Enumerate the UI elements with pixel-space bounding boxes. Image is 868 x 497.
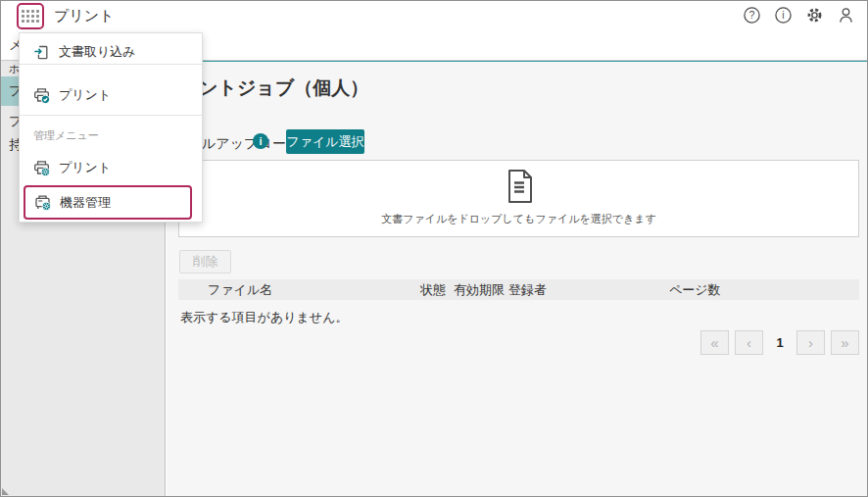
user-icon[interactable]	[837, 6, 855, 25]
column-filename: ファイル名	[208, 279, 272, 300]
menu-item-label: 文書取り込み	[59, 43, 136, 61]
info-circle-icon[interactable]: i	[253, 133, 268, 149]
info-icon[interactable]: i	[774, 6, 793, 25]
menu-item-label: プリント	[59, 86, 111, 104]
printer-check-icon	[33, 87, 50, 104]
menu-item-admin-print[interactable]: プリント	[20, 153, 202, 182]
page-title: ントジョブ（個人）	[199, 75, 368, 101]
pagination: « ‹ 1 › »	[700, 330, 859, 355]
document-import-icon	[33, 44, 50, 61]
file-select-button[interactable]: ファイル選択	[286, 129, 364, 154]
document-icon	[505, 169, 534, 204]
svg-text:i: i	[782, 9, 784, 21]
last-page-button[interactable]: »	[831, 330, 859, 355]
svg-text:?: ?	[749, 9, 755, 21]
column-registrant: 登録者	[508, 279, 547, 300]
app-launcher-annotation-box	[17, 3, 44, 29]
prev-page-button[interactable]: ‹	[735, 330, 763, 355]
printer-gear-icon	[33, 160, 50, 176]
file-dropzone[interactable]: 文書ファイルをドロップしてもファイルを選択できます	[178, 160, 859, 237]
current-page-number: 1	[769, 335, 791, 350]
menu-item-label: プリント	[59, 159, 111, 176]
upload-section-label: ルアップロード	[202, 135, 300, 153]
menu-divider	[20, 64, 202, 65]
app-window: プリント ? i メ ホ プ プ 持	[0, 0, 868, 497]
resize-corner	[2, 488, 9, 495]
settings-gear-icon[interactable]	[805, 6, 824, 25]
column-status: 状態	[420, 279, 446, 300]
first-page-button[interactable]: «	[700, 330, 729, 355]
menu-item-document-import[interactable]: 文書取り込み	[20, 38, 202, 66]
main-content: ントジョブ（個人） ルアップロード i ファイル選択 文書ファイルをドロップして…	[167, 60, 867, 496]
delete-button[interactable]: 削除	[179, 250, 231, 273]
column-pages: ページ数	[669, 279, 721, 300]
device-gear-icon	[34, 194, 51, 211]
menu-section-label: 管理メニュー	[33, 128, 99, 143]
menu-item-label: 機器管理	[60, 194, 111, 212]
menu-item-print[interactable]: プリント	[20, 78, 202, 112]
table-empty-message: 表示する項目がありません。	[180, 309, 348, 326]
app-launcher-menu: 文書取り込み プリント 管理メニュー プリン	[19, 32, 203, 223]
app-launcher-icon[interactable]	[22, 10, 39, 23]
dropzone-hint: 文書ファイルをドロップしてもファイルを選択できます	[179, 212, 858, 226]
next-page-button[interactable]: ›	[796, 330, 825, 355]
column-expiration: 有効期限	[454, 279, 505, 300]
app-title: プリント	[54, 7, 114, 25]
help-icon[interactable]: ?	[743, 6, 761, 25]
table-header-row: ファイル名 状態 有効期限 登録者 ページ数	[178, 279, 859, 300]
header-icon-group: ? i	[743, 6, 855, 25]
menu-divider	[20, 115, 202, 116]
menu-item-device-management[interactable]: 機器管理	[24, 185, 192, 220]
